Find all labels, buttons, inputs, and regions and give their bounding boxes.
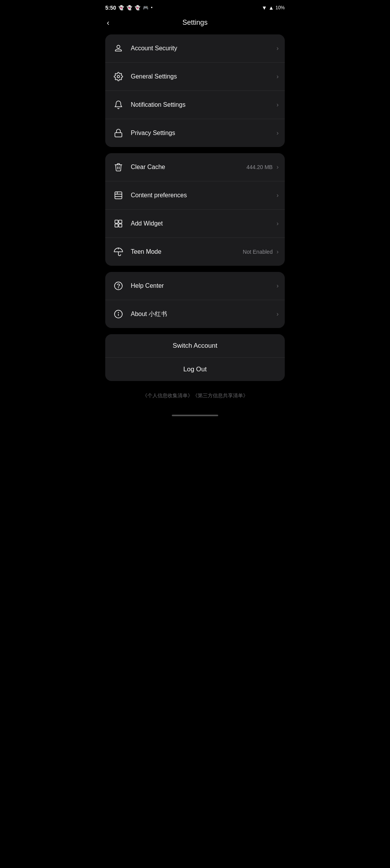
page-title: Settings (182, 19, 207, 27)
chevron-right-icon: › (277, 282, 279, 289)
trash-icon (111, 160, 125, 174)
svg-rect-11 (119, 224, 122, 227)
header: ‹ Settings (98, 14, 292, 34)
snapchat-icon-1: 👻 (118, 5, 124, 10)
svg-point-18 (118, 313, 119, 313)
clear-cache-item[interactable]: Clear Cache 444.20 MB › (105, 153, 285, 181)
footer-text: 《个人信息收集清单》《第三方信息共享清单》 (142, 393, 248, 398)
wifi-icon: ▼ (262, 5, 267, 11)
widget-icon (111, 217, 125, 231)
action-group: Switch Account Log Out (105, 334, 285, 381)
content: Account Security › General Settings › (98, 34, 292, 408)
help-icon (111, 279, 125, 293)
chevron-right-icon: › (277, 101, 279, 108)
account-security-label: Account Security (131, 45, 275, 52)
chevron-right-icon: › (277, 73, 279, 80)
chevron-right-icon: › (277, 164, 279, 171)
svg-rect-8 (115, 220, 118, 223)
help-center-item[interactable]: Help Center › (105, 272, 285, 300)
back-button[interactable]: ‹ (105, 17, 111, 29)
bell-icon (111, 98, 125, 112)
svg-point-14 (118, 288, 119, 288)
chevron-right-icon: › (277, 220, 279, 227)
battery-text: 10% (275, 5, 285, 10)
snapchat-icon-3: 👻 (135, 5, 140, 10)
discord-icon: 🎮 (143, 5, 149, 10)
user-shield-icon (111, 41, 125, 55)
content-preferences-item[interactable]: Content preferences › (105, 181, 285, 210)
svg-rect-10 (115, 224, 118, 227)
lock-icon (111, 126, 125, 140)
notification-settings-item[interactable]: Notification Settings › (105, 91, 285, 119)
svg-point-0 (117, 45, 120, 48)
log-out-label: Log Out (183, 366, 207, 373)
teen-mode-label: Teen Mode (131, 248, 243, 255)
content-list-icon (111, 188, 125, 202)
settings-group-3: Help Center › About 小红书 › (105, 272, 285, 328)
general-settings-label: General Settings (131, 73, 275, 80)
chevron-right-icon: › (277, 192, 279, 199)
chevron-right-icon: › (277, 311, 279, 318)
chevron-right-icon: › (277, 45, 279, 52)
status-bar: 5:50 👻 👻 👻 🎮 • ▼ ▲ 10% (98, 0, 292, 14)
svg-rect-3 (115, 133, 122, 137)
status-left: 5:50 👻 👻 👻 🎮 • (105, 5, 152, 11)
umbrella-icon (111, 245, 125, 259)
svg-rect-4 (115, 192, 122, 199)
content-preferences-label: Content preferences (131, 192, 275, 199)
about-item[interactable]: About 小红书 › (105, 300, 285, 328)
switch-account-label: Switch Account (173, 342, 217, 350)
privacy-settings-item[interactable]: Privacy Settings › (105, 119, 285, 147)
chevron-right-icon: › (277, 130, 279, 137)
svg-point-13 (115, 282, 122, 290)
account-security-item[interactable]: Account Security › (105, 34, 285, 63)
settings-group-2: Clear Cache 444.20 MB › Content preferen… (105, 153, 285, 266)
chevron-right-icon: › (277, 248, 279, 255)
snapchat-icon-2: 👻 (127, 5, 132, 10)
privacy-settings-label: Privacy Settings (131, 130, 275, 137)
teen-mode-value: Not Enabled (243, 249, 273, 255)
gear-icon (111, 70, 125, 84)
log-out-item[interactable]: Log Out (105, 358, 285, 381)
about-label: About 小红书 (131, 310, 275, 318)
status-right: ▼ ▲ 10% (262, 5, 285, 11)
clear-cache-value: 444.20 MB (246, 164, 273, 170)
add-widget-label: Add Widget (131, 220, 275, 227)
home-indicator (98, 408, 292, 419)
status-time: 5:50 (105, 5, 116, 11)
info-icon (111, 307, 125, 321)
footer-links: 《个人信息收集清单》《第三方信息共享清单》 (105, 387, 285, 408)
home-bar (172, 415, 218, 416)
general-settings-item[interactable]: General Settings › (105, 63, 285, 91)
help-center-label: Help Center (131, 282, 275, 289)
notification-dot: • (151, 5, 152, 10)
switch-account-item[interactable]: Switch Account (105, 334, 285, 358)
notification-settings-label: Notification Settings (131, 101, 275, 108)
clear-cache-label: Clear Cache (131, 164, 246, 171)
settings-group-1: Account Security › General Settings › (105, 34, 285, 147)
svg-rect-9 (119, 220, 122, 223)
svg-point-2 (117, 75, 120, 78)
add-widget-item[interactable]: Add Widget › (105, 210, 285, 238)
teen-mode-item[interactable]: Teen Mode Not Enabled › (105, 238, 285, 266)
signal-icon: ▲ (269, 5, 274, 11)
